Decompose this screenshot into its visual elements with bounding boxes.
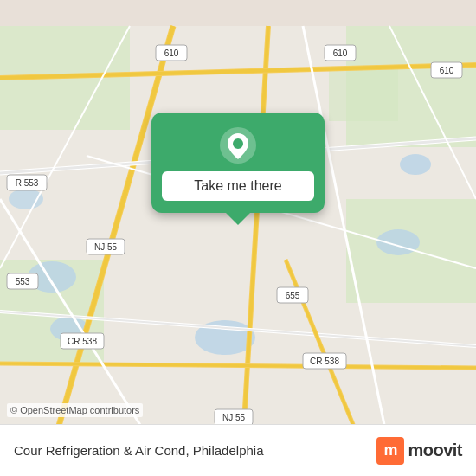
take-me-there-button[interactable]: Take me there	[162, 171, 314, 201]
svg-point-52	[233, 138, 243, 149]
svg-rect-5	[329, 69, 398, 121]
moovit-logo-text: moovit	[408, 441, 462, 460]
svg-text:NJ 55: NJ 55	[94, 242, 118, 252]
svg-text:R 553: R 553	[16, 178, 39, 188]
svg-text:CR 538: CR 538	[310, 357, 339, 366]
location-pin-icon	[219, 126, 257, 164]
bottom-bar: Cour Refrigeration & Air Cond, Philadelp…	[0, 424, 476, 476]
svg-text:NJ 55: NJ 55	[222, 413, 246, 422]
svg-text:610: 610	[333, 48, 348, 58]
copyright-text: © OpenStreetMap contributors	[7, 403, 143, 417]
place-name: Cour Refrigeration & Air Cond, Philadelp…	[14, 443, 376, 458]
svg-point-10	[400, 154, 431, 175]
svg-point-9	[376, 229, 420, 255]
svg-text:610: 610	[440, 66, 454, 75]
svg-text:610: 610	[164, 48, 179, 58]
moovit-logo-icon: m	[376, 437, 404, 465]
svg-text:CR 538: CR 538	[68, 337, 97, 346]
popup-card: Take me there	[151, 113, 325, 213]
moovit-logo: m moovit	[376, 437, 462, 465]
svg-point-11	[9, 189, 43, 209]
svg-text:553: 553	[16, 277, 30, 286]
svg-text:655: 655	[286, 291, 300, 300]
map-container: 610 610 610 R 553 NJ 55 553 CR 538 655 C…	[0, 0, 476, 476]
